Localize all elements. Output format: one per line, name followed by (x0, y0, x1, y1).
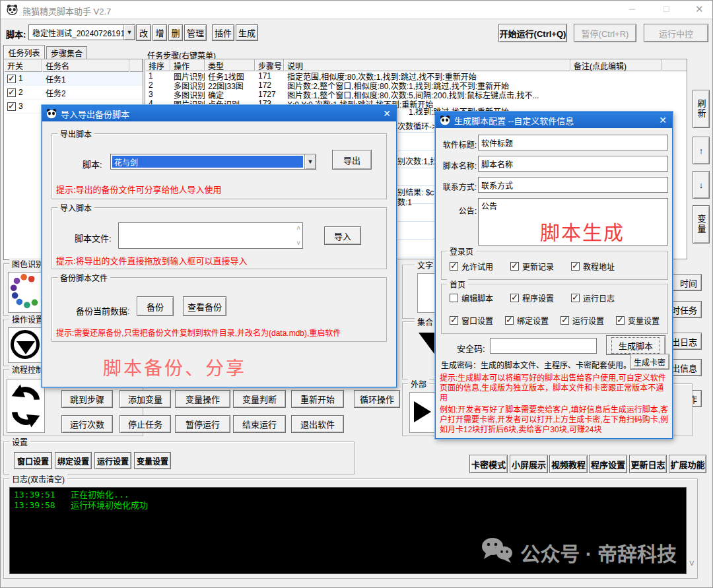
steps-col-desc[interactable]: 说明 (284, 59, 570, 71)
flow-control-icon[interactable] (7, 379, 45, 433)
allow-trial-checkbox[interactable] (450, 262, 458, 271)
minimize-button[interactable]: ─ (629, 4, 635, 14)
exit-button[interactable]: 退出软件 (291, 415, 344, 433)
log-box[interactable]: 13:39:51 正在初始化... 13:39:58 运行环境初始化成功 公众号… (9, 487, 687, 574)
run-times-button[interactable]: 运行次数 (61, 415, 113, 433)
task-row[interactable]: 1 任务1 (4, 72, 143, 86)
jump-step-button[interactable]: 跳到步骤 (61, 390, 113, 408)
tutorial-url-checkbox[interactable] (571, 262, 580, 271)
contact-field[interactable] (478, 177, 668, 193)
program-settings-button[interactable]: 程序设置 (589, 455, 627, 473)
generate-dialog: 生成脚本配置 --自定义软件信息 ✕ 软件标题: 脚本名称: 联系方式: 公告:… (435, 112, 673, 439)
variable-judge-button[interactable]: 变量判断 (233, 390, 286, 408)
export-button[interactable]: 导出 (332, 150, 372, 170)
changelog-button[interactable]: 更新日志 (629, 455, 667, 473)
close-button[interactable]: ✕ (695, 3, 704, 15)
window-settings-button[interactable]: 窗口设置 (14, 452, 52, 469)
variable-settings-button[interactable]: 变量设置 (134, 452, 171, 469)
steps-col-type[interactable]: 类型 (205, 59, 255, 71)
task-checkbox[interactable] (7, 75, 16, 83)
software-title-field[interactable] (478, 135, 668, 150)
delete-button[interactable]: 删 (168, 24, 183, 41)
export-script-combo[interactable]: 花与剑 ▼ (110, 154, 316, 170)
chevron-down-icon[interactable]: ▼ (123, 25, 135, 40)
bind-settings-button[interactable]: 绑定设置 (55, 452, 92, 469)
steps-col-note[interactable]: 备注(点此编辑) (570, 59, 662, 71)
run-settings-button[interactable]: 运行设置 (94, 452, 131, 469)
tab-task-list[interactable]: 任务列表 (3, 45, 45, 59)
update-record-checkbox[interactable] (510, 262, 519, 271)
backup-watermark: 脚本备份、分享 (103, 354, 246, 380)
log-scroll-down-icon[interactable]: ˅ (689, 558, 695, 569)
video-tutorial-button[interactable]: 视频教程 (549, 455, 588, 473)
backup-button[interactable]: 备份 (137, 296, 174, 316)
extend-button[interactable]: 扩展功能 (669, 455, 706, 473)
task-row[interactable]: 2 任务2 (4, 86, 143, 100)
close-icon[interactable]: ✕ (654, 112, 672, 128)
end-run-button[interactable]: 结束运行 (233, 415, 286, 433)
step-row[interactable]: 1图片识别任务1找图171指定范围,相似度:80,次数:1,找到:跳过,找不到:… (145, 71, 687, 81)
step-row-fragment: 别次数:1,找 (397, 155, 438, 166)
move-up-button[interactable]: ↑ (693, 137, 710, 164)
generate-script-button[interactable]: 生成脚本 (606, 335, 665, 355)
close-icon[interactable]: ✕ (378, 106, 396, 121)
text-recognition-label: 文字 (415, 259, 436, 271)
steps-col-stepno[interactable]: 步骤号 (255, 59, 284, 71)
tab-step-set[interactable]: 步骤集合 (46, 46, 87, 59)
security-code-field[interactable] (490, 338, 597, 354)
pause-run-button[interactable]: 暂停运行 (175, 415, 230, 433)
plugin-button[interactable]: 插件 (212, 24, 234, 41)
generate-card-button[interactable]: 生成卡密 (630, 354, 669, 370)
chevron-down-icon[interactable]: ▼ (304, 154, 316, 169)
generate-hint-1: 提示:生成脚本可以将编写好的脚本出售给客户使用,可自定义软件页面的信息,生成版为… (440, 374, 671, 403)
add-button[interactable]: 增 (153, 24, 167, 41)
add-variable-button[interactable]: 添加变量 (119, 390, 171, 408)
start-run-button[interactable]: 开始运行(Ctrl+Q) (498, 24, 567, 42)
step-row[interactable]: 2多图识别22图|33图172图片数:2,整个窗口,相似度:80,次数:1,找到… (145, 81, 687, 90)
run-monitor-button[interactable]: 运行中控 (644, 24, 708, 42)
wechat-icon (479, 536, 514, 568)
view-backup-button[interactable]: 查看备份 (183, 296, 226, 316)
stop-task-button[interactable]: 停止任务 (119, 415, 171, 433)
action-settings-icon[interactable] (8, 327, 44, 363)
maximize-button[interactable]: □ (663, 3, 669, 14)
variable-settings-checkbox[interactable] (616, 316, 625, 325)
bind-settings-checkbox[interactable] (505, 316, 514, 325)
restart-button[interactable]: 重新开始 (291, 390, 344, 408)
script-label: 脚本: (6, 28, 26, 40)
task-checkbox[interactable] (7, 102, 16, 111)
move-down-button[interactable]: ↓ (693, 171, 710, 199)
small-screen-button[interactable]: 小屏展示 (510, 455, 548, 473)
card-mode-button[interactable]: 卡密模式 (469, 455, 508, 473)
variable-button[interactable]: 变量 (693, 205, 710, 244)
color-recognition-icon[interactable] (8, 272, 44, 313)
task-col-switch[interactable]: 开关 (4, 59, 42, 72)
edit-script-checkbox[interactable] (450, 294, 458, 302)
variable-op-button[interactable]: 变量操作 (175, 390, 230, 408)
color-recognition-label: 图色识别 (9, 258, 46, 269)
loop-op-button[interactable]: 循环操作 (354, 390, 400, 408)
task-checkbox[interactable] (7, 88, 16, 97)
run-log-checkbox[interactable] (571, 294, 580, 302)
import-button[interactable]: 导入 (324, 226, 361, 245)
import-file-label: 脚本文件: (75, 232, 112, 244)
log-label[interactable]: 日志(双击清空) (9, 473, 67, 484)
import-file-input[interactable]: ˄ ˅ (118, 222, 303, 249)
steps-col-action[interactable]: 操作 (170, 59, 205, 71)
step-row[interactable]: 3多图识别确定1727图片数:1,整个窗口,相似度:80,次数:5,间隔:200… (145, 90, 687, 99)
modify-button[interactable]: 改 (136, 24, 151, 41)
task-col-name[interactable]: 任务名 (42, 59, 129, 72)
program-settings-checkbox[interactable] (510, 294, 519, 302)
manage-button[interactable]: 管理 (184, 24, 207, 41)
spinner-down-icon[interactable]: ˅ (296, 240, 300, 247)
pause-button[interactable]: 暂停(Ctrl+R) (574, 24, 636, 42)
steps-col-order[interactable]: 排序 (145, 59, 170, 71)
generate-button[interactable]: 生成 (236, 24, 258, 41)
refresh-button[interactable]: 刷新 (693, 90, 710, 128)
script-name-field[interactable] (478, 156, 668, 172)
run-settings-checkbox[interactable] (560, 316, 569, 325)
spinner-up-icon[interactable]: ˄ (296, 224, 300, 232)
window-settings-checkbox[interactable] (450, 316, 458, 325)
external-group-label: 外部 (408, 378, 429, 389)
script-dropdown[interactable]: 稳定性测试_2024072619191 ▼ (28, 24, 135, 40)
